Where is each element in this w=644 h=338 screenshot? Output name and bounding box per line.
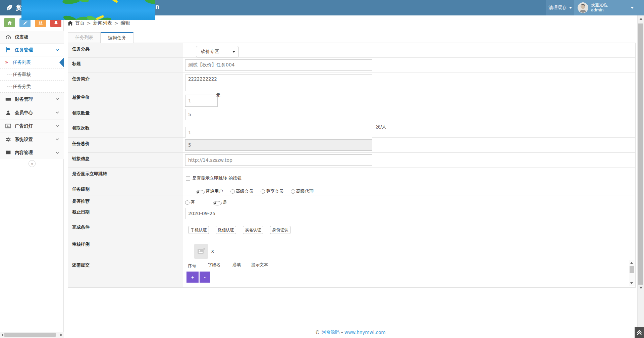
form-row-intro: 任务简介 2222222222 [68,73,635,91]
gear-icon [5,137,11,142]
sidebar-item-task-category[interactable]: 任务分类 [0,81,64,93]
scroll-left-icon[interactable] [1,334,3,336]
title-input[interactable] [185,59,372,71]
home-icon[interactable] [4,18,15,27]
sidebar-item-label: 任务管理 [15,47,33,53]
chevron-down-icon [569,7,572,9]
user-menu[interactable]: 欢迎光临, admin [574,0,644,15]
radio-icon [213,201,222,205]
scroll-up-icon[interactable] [630,262,633,264]
radio-icon [196,190,205,194]
unit-price-input[interactable] [185,95,218,107]
breadcrumb-home[interactable]: 首页 [75,20,85,26]
sidebar-item-content[interactable]: 内容管理 [0,146,64,159]
field-label: 任务分类 [68,43,183,57]
sidebar-item-ads[interactable]: 广告幻灯 [0,119,64,133]
chevron-down-icon [56,138,59,141]
breadcrumb-level1[interactable]: 新闻列表 [93,20,112,26]
sidebar-item-members[interactable]: 会员中心 [0,106,64,119]
condition-idcard-button[interactable]: 身份证认 [270,226,290,234]
sidebar-item-label: 会员中心 [15,110,33,116]
quantity-input[interactable] [185,109,372,120]
tab-edit-task[interactable]: 编辑任务 [101,32,133,43]
sidebar-item-label: 财务管理 [15,96,33,102]
scrollbar-thumb[interactable] [638,23,643,285]
sidebar-collapse-button[interactable]: « [29,160,36,167]
scroll-up-icon[interactable] [639,18,643,20]
clear-cache-label: 清理缓存 [549,5,567,11]
breadcrumb: 首页 > 新闻列表 > 编辑 [68,20,130,26]
recommend-radio-no[interactable]: 否 [185,199,195,205]
recommend-radio-yes[interactable]: 是 [202,199,227,205]
breadcrumb-separator: > [87,20,91,26]
level-radio-agent[interactable]: 高级代理 [291,188,314,194]
condition-realname-button[interactable]: 实名认证 [243,226,263,234]
sidebar-item-label: 广告幻灯 [15,123,33,129]
image-icon [5,124,11,129]
intro-textarea[interactable]: 2222222222 [185,75,372,91]
scrollbar-thumb[interactable] [4,333,56,337]
breadcrumb-level2: 编辑 [120,20,130,26]
image-upload-icon[interactable] [194,244,208,259]
field-label: 是否推荐 [68,195,183,206]
footer: © 阿奇源码 - www.hnymwl.com [64,326,637,338]
footer-link-brand[interactable]: 阿奇源码 [321,329,339,335]
jump-checkbox[interactable] [186,176,190,181]
form-row-link: 链接信息 [68,153,635,168]
sidebar-item-task-list[interactable]: » 任务列表 [0,56,64,68]
scroll-down-icon[interactable] [630,282,633,284]
times-unit: 次/人 [376,124,386,129]
sidebar-item-settings[interactable]: 系统设置 [0,133,64,146]
sidebar-item-task-review[interactable]: 任务审核 [0,68,64,81]
link-input[interactable] [185,154,372,166]
total-price-input [185,139,372,151]
logo-text-tail: n [155,3,159,10]
field-label: 悬赏单价 [68,91,183,107]
extra-header-required: 必填 [232,262,241,268]
banner-image [21,0,155,20]
condition-phone-button[interactable]: 手机认证 [189,226,209,234]
level-radio-vip[interactable]: 高级会员 [230,188,253,194]
admin-screen: 赏 n 清理缓存 欢迎光临, admin [0,0,644,338]
times-input[interactable] [185,127,372,138]
extra-header-field: 字段名 [208,262,221,268]
scrollbar-thumb[interactable] [630,266,634,273]
sample-x-label[interactable]: X [211,249,214,254]
level-radio-normal[interactable]: 普通用户 [185,188,223,194]
deadline-input[interactable] [185,208,372,219]
user-icon [5,110,11,115]
extra-remove-button[interactable]: - [200,272,210,283]
page-vertical-scrollbar[interactable] [637,15,644,338]
radio-icon [185,200,190,205]
form-row-jump: 是否显示立即跳转 是否显示立即跳转 的按钮 [68,168,635,183]
hdd-icon [5,97,11,102]
sidebar-item-task-management[interactable]: 任务管理 [0,44,64,56]
condition-wechat-button[interactable]: 微信认证 [216,226,236,234]
scroll-right-icon[interactable] [60,334,62,336]
breadcrumb-separator: > [114,20,118,26]
footer-link-site[interactable]: www.hnymwl.com [344,330,385,335]
sidebar-item-label: 系统设置 [15,137,33,143]
scroll-down-icon[interactable] [639,287,643,289]
clear-cache-button[interactable]: 清理缓存 [546,0,574,15]
form-row-recommend: 是否推荐 否 是 [68,195,635,206]
form-row-unit-price: 悬赏单价 元 [68,91,635,107]
sidebar-item-dashboard[interactable]: 仪表板 [0,31,64,44]
field-label: 任务级别 [68,183,183,195]
back-to-top-button[interactable] [635,327,644,338]
extra-add-button[interactable]: + [186,272,199,283]
level-radio-premium[interactable]: 尊享会员 [261,188,283,194]
radio-label: 是 [223,199,227,205]
extra-header-hint: 提示文本 [251,262,268,268]
tab-task-list[interactable]: 任务列表 [68,32,101,43]
extra-scrollbar[interactable] [629,260,635,286]
sidebar-horizontal-scrollbar[interactable] [0,332,64,338]
category-select[interactable]: 砍价专区 [196,46,239,57]
sidebar-item-finance[interactable]: 财务管理 [0,93,64,106]
leaf-icon [6,4,13,11]
flag-icon [5,47,11,52]
copyright-symbol: © [315,330,320,335]
tab-bar: 任务列表编辑任务 [68,32,636,43]
radio-label: 尊享会员 [266,188,283,194]
extra-header-seq: 序号 [188,263,196,269]
